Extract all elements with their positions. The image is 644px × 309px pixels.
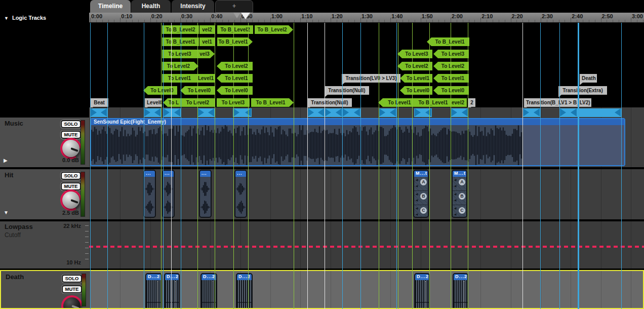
loop-region-segment[interactable] <box>379 108 396 117</box>
tab-timeline[interactable]: Timeline <box>90 0 131 13</box>
playhead-marker[interactable] <box>241 13 250 19</box>
logic-marker-flag[interactable]: To L <box>163 98 181 107</box>
playhead-marker-secondary[interactable] <box>233 13 240 18</box>
logic-marker-flag[interactable]: To Level3 <box>162 50 197 58</box>
death-clip[interactable]: D...2 <box>164 273 180 309</box>
logic-marker-flag[interactable]: To B_Level1 <box>217 37 253 46</box>
loop-region-segment[interactable] <box>307 108 325 117</box>
hit-clip[interactable]: ... <box>234 170 247 218</box>
marker-line-cyan <box>107 23 108 309</box>
audio-clip-music[interactable]: SenSound Epic(Fight_Enemy) <box>90 118 625 166</box>
track-lane-death[interactable]: D...2D...2D...2D...2D...2D...2 <box>90 271 644 308</box>
automation-curve-lowpass[interactable] <box>89 246 644 248</box>
loop-region-segment[interactable] <box>559 108 577 117</box>
loop-region-segment[interactable] <box>90 108 107 117</box>
playhead-line <box>307 23 308 309</box>
multi-hit-clip[interactable]: M...tA◄◄B◄◄C◄◄ <box>413 170 429 218</box>
transition-label[interactable]: Level0 <box>145 98 162 107</box>
logic-marker-flag[interactable]: To Level0 <box>217 86 253 95</box>
logic-marker-flag[interactable]: To Level3 <box>433 50 469 58</box>
logic-marker-flag[interactable]: To B_Level1 <box>417 98 449 107</box>
logic-marker-flag[interactable]: To Level1 <box>400 74 432 83</box>
loop-region-segment[interactable] <box>197 108 215 117</box>
clip-dotted-line <box>175 281 176 309</box>
tab-intensity[interactable]: Intensity <box>172 0 214 13</box>
logic-marker-flag[interactable]: To Level2 <box>162 62 198 70</box>
volume-knob-music[interactable] <box>60 138 82 159</box>
transition-label[interactable]: Transition(Null) <box>307 98 352 107</box>
volume-knob-hit[interactable] <box>60 189 82 211</box>
hit-clip[interactable]: ... <box>162 170 175 218</box>
logic-marker-flag[interactable]: To Level3 <box>397 50 432 58</box>
transition-label[interactable]: Transition(LV0 > LV3) <box>342 74 400 83</box>
clip-dotted-line <box>425 281 426 309</box>
logic-marker-flag[interactable]: To Level2 <box>217 62 253 70</box>
loop-start-triangle-icon <box>451 108 457 117</box>
logic-marker-flag[interactable]: vel3 <box>198 50 215 58</box>
tab-health[interactable]: Health <box>131 0 171 13</box>
logic-marker-flag[interactable]: evel2 <box>449 98 467 107</box>
multi-hit-clip[interactable]: M...tA◄◄B◄◄C◄◄ <box>452 170 467 218</box>
transition-label[interactable]: Beat <box>90 98 108 107</box>
clip-center-line <box>146 302 161 303</box>
loop-region-segment[interactable] <box>342 108 360 117</box>
loop-region-segment[interactable] <box>522 108 540 117</box>
logic-tracks-header[interactable]: ▼Logic Tracks <box>0 13 89 23</box>
transition-label[interactable]: 2 <box>468 98 475 107</box>
timeline-ruler[interactable]: 0:000:100:200:300:400:501:001:101:201:30… <box>89 13 644 23</box>
marker-line-cyan <box>559 23 560 309</box>
loop-region-segment[interactable] <box>577 108 621 117</box>
logic-marker-flag[interactable]: To B_Level1 <box>251 98 294 107</box>
death-clip[interactable]: D...2 <box>236 273 253 309</box>
hit-clip-header: ... <box>200 171 211 177</box>
expand-icon-music[interactable]: ▶ <box>4 158 8 163</box>
tab-add[interactable]: + <box>215 0 253 13</box>
death-clip[interactable]: D...2 <box>145 273 162 309</box>
panel-title: Logic Tracks <box>12 15 46 21</box>
logic-marker-flag[interactable]: To Level2 <box>433 62 469 70</box>
ruler-tick-label: 0:40 <box>211 13 222 19</box>
solo-button-music[interactable]: SOLO <box>61 120 81 128</box>
hit-clip[interactable]: ... <box>143 170 156 218</box>
track-lane-hit[interactable]: ... ... ... ... M...tA◄◄B◄◄C◄◄M...tA◄◄B◄… <box>89 169 644 219</box>
loop-region-segment[interactable] <box>163 108 181 117</box>
death-clip[interactable]: D...2 <box>453 273 468 309</box>
death-clip[interactable]: D...2 <box>414 273 430 309</box>
logic-marker-flag[interactable]: To Level1 <box>217 74 253 83</box>
marker-flag-area: BeatLevel0Transition(Null)2Transition(B_… <box>0 23 644 107</box>
logic-marker-flag[interactable]: To B_Level2 <box>255 25 293 34</box>
marker-line-cyan <box>163 23 164 309</box>
collapse-icon-hit[interactable]: ▼ <box>4 210 9 215</box>
logic-marker-flag[interactable]: vel2 <box>199 25 215 34</box>
hit-clip[interactable]: ... <box>199 170 212 218</box>
logic-marker-flag[interactable]: To Level1 <box>433 74 469 83</box>
mute-button-death[interactable]: MUTE <box>62 285 82 293</box>
track-lane-music[interactable]: SenSound Epic(Fight_Enemy) <box>89 118 644 167</box>
marker-line-green <box>161 23 162 309</box>
loop-region-segment[interactable] <box>451 108 468 117</box>
logic-marker-flag[interactable]: To Level0 <box>143 86 177 95</box>
logic-marker-flag[interactable]: vel1 <box>199 37 215 46</box>
death-clip-header: D...2 <box>415 274 429 280</box>
transition-label[interactable]: Transition(B_LV1 > B_LV2) <box>524 98 591 107</box>
loop-region-segment[interactable] <box>325 108 342 117</box>
logic-marker-flag[interactable]: To Level2 <box>397 62 432 70</box>
marker-line-cyan <box>144 23 144 309</box>
logic-marker-flag[interactable]: To Level1 <box>162 74 197 83</box>
logic-marker-flag[interactable]: To Level0 <box>400 86 432 95</box>
track-lane-lowpass[interactable] <box>89 221 644 268</box>
loop-region-segment[interactable] <box>144 108 161 117</box>
logic-marker-flag[interactable]: Level1 <box>197 74 215 83</box>
transition-label[interactable]: Transition(Extra) <box>558 86 607 95</box>
clip-section-b: B◄◄ <box>414 191 428 205</box>
collapse-triangle-icon[interactable]: ▼ <box>4 16 9 21</box>
transition-label[interactable]: Death <box>580 74 597 83</box>
transition-label[interactable]: Transition(Null) <box>325 86 369 95</box>
loop-region-segment[interactable] <box>233 108 252 117</box>
logic-marker-flag[interactable]: To B_Level1 <box>427 37 469 46</box>
logic-marker-flag[interactable]: To Level0 <box>433 86 469 95</box>
gain-value-music: 0.0 dB <box>62 157 79 163</box>
solo-button-hit[interactable]: SOLO <box>61 172 81 180</box>
volume-knob-death[interactable] <box>61 295 83 309</box>
solo-button-death[interactable]: SOLO <box>62 275 82 283</box>
